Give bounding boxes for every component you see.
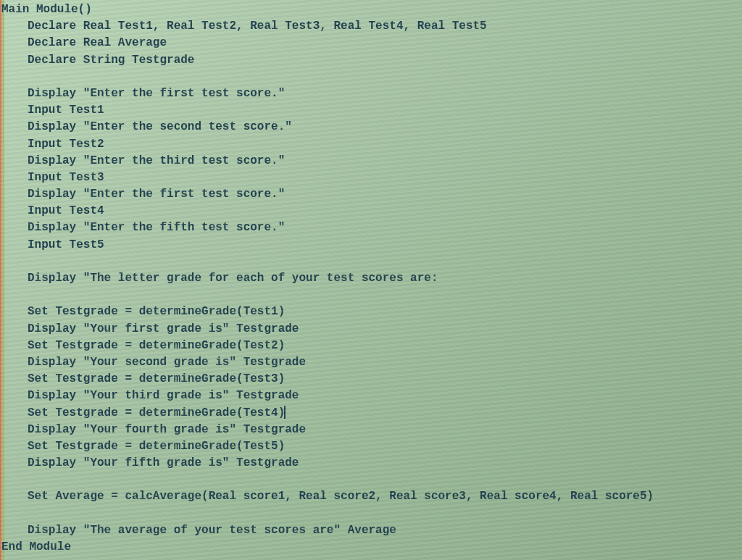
code-text [28, 288, 35, 301]
code-line[interactable]: Main Module() [0, 1, 742, 18]
code-line[interactable] [0, 254, 742, 270]
code-line[interactable]: Set Testgrade = determineGrade(Test1) [0, 304, 742, 320]
code-text: Display "Your first grade is" Testgrade [28, 322, 299, 335]
code-text: Display "The average of your test scores… [28, 524, 396, 537]
code-text: Declare String Testgrade [28, 54, 194, 67]
code-text: Input Test3 [28, 171, 104, 184]
code-text [28, 507, 35, 520]
code-line[interactable]: Display "Your fourth grade is" Testgrade [0, 422, 742, 438]
code-text: Display "Enter the fifth test score." [28, 221, 285, 234]
code-line[interactable]: Declare String Testgrade [0, 52, 742, 69]
code-line[interactable]: Display "Enter the second test score." [0, 119, 742, 135]
code-text: Set Testgrade = determineGrade(Test5) [28, 440, 285, 453]
code-line[interactable] [0, 69, 742, 85]
code-line[interactable]: Display "Enter the fifth test score." [0, 220, 742, 236]
code-line[interactable]: Set Testgrade = determineGrade(Test2) [0, 338, 742, 354]
code-text: Display "Your third grade is" Testgrade [28, 389, 299, 402]
code-editor[interactable]: Main Module()Declare Real Test1, Real Te… [0, 0, 742, 557]
code-line[interactable]: End Module [0, 539, 742, 556]
code-line[interactable]: Declare Real Test1, Real Test2, Real Tes… [0, 18, 742, 35]
code-text: Display "Enter the third test score." [28, 154, 285, 167]
code-line[interactable]: Set Average = calcAverage(Real score1, R… [0, 488, 742, 505]
code-text: Input Test2 [28, 138, 104, 151]
code-text: Display "Your fifth grade is" Testgrade [28, 456, 299, 469]
code-text: Declare Real Test1, Real Test2, Real Tes… [28, 20, 487, 33]
code-text [28, 70, 35, 83]
code-text: Display "Your fourth grade is" Testgrade [28, 423, 306, 436]
code-text: End Module [1, 540, 71, 553]
code-text: Display "Your second grade is" Testgrade [28, 356, 306, 369]
code-text: Display "The letter grade for each of yo… [28, 272, 438, 285]
code-line[interactable]: Display "Enter the first test score." [0, 186, 742, 203]
code-text [28, 473, 35, 486]
code-text: Input Test4 [28, 204, 104, 217]
code-line[interactable]: Display "Your second grade is" Testgrade [0, 354, 742, 371]
code-text: Declare Real Average [28, 36, 167, 49]
code-line[interactable]: Display "Your fifth grade is" Testgrade [0, 455, 742, 472]
code-line[interactable]: Input Test1 [0, 102, 742, 119]
code-line[interactable] [0, 472, 742, 488]
code-text: Display "Enter the second test score." [28, 120, 292, 133]
code-line[interactable]: Display "The average of your test scores… [0, 522, 742, 539]
code-line[interactable]: Input Test5 [0, 237, 742, 254]
code-text: Input Test1 [28, 104, 104, 117]
code-text: Display "Enter the first test score." [28, 188, 285, 201]
code-text: Set Testgrade = determineGrade(Test4) [28, 406, 285, 419]
code-line[interactable] [0, 506, 742, 522]
code-text [28, 255, 35, 268]
code-line[interactable]: Set Testgrade = determineGrade(Test4) [0, 405, 742, 422]
code-text: Main Module() [1, 3, 92, 16]
code-text: Display "Enter the first test score." [28, 87, 285, 100]
code-line[interactable]: Display "Enter the first test score." [0, 85, 742, 102]
code-text: Set Average = calcAverage(Real score1, R… [28, 490, 654, 503]
text-cursor [284, 406, 285, 419]
code-line[interactable]: Input Test2 [0, 136, 742, 153]
code-text: Set Testgrade = determineGrade(Test2) [28, 339, 285, 352]
code-text: Set Testgrade = determineGrade(Test3) [28, 372, 285, 385]
code-line[interactable]: Display "Your third grade is" Testgrade [0, 388, 742, 404]
code-text: Set Testgrade = determineGrade(Test1) [28, 305, 285, 318]
code-line[interactable]: Display "Enter the third test score." [0, 153, 742, 170]
code-line[interactable]: Input Test3 [0, 170, 742, 186]
code-line[interactable]: Set Testgrade = determineGrade(Test5) [0, 438, 742, 455]
code-line[interactable]: Set Testgrade = determineGrade(Test3) [0, 371, 742, 388]
code-line[interactable] [0, 287, 742, 304]
code-line[interactable]: Declare Real Average [0, 35, 742, 51]
code-line[interactable]: Display "The letter grade for each of yo… [0, 270, 742, 287]
code-line[interactable]: Input Test4 [0, 203, 742, 220]
code-line[interactable]: Display "Your first grade is" Testgrade [0, 321, 742, 338]
code-text: Input Test5 [28, 238, 104, 251]
